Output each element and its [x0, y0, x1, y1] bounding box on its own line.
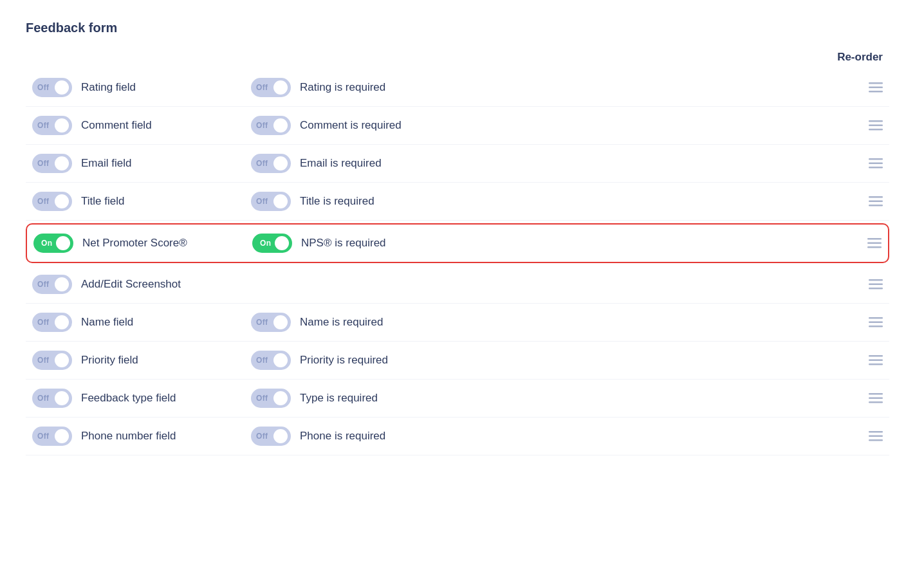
field-group-title: OffTitle field [32, 192, 251, 211]
field-toggle-phone[interactable]: Off [32, 427, 72, 446]
field-label-feedback_type: Feedback type field [81, 392, 176, 405]
reorder-icon-screenshot[interactable] [856, 279, 883, 289]
form-row-nps: OnNet Promoter Score®OnNPS® is required [26, 223, 889, 263]
field-toggle-circle-screenshot [55, 277, 69, 291]
field-toggle-circle-title [55, 194, 69, 208]
form-row-title: OffTitle fieldOffTitle is required [26, 183, 889, 221]
field-group-priority: OffPriority field [32, 351, 251, 370]
required-toggle-text-rating: Off [256, 83, 268, 92]
svg-rect-1 [869, 87, 883, 89]
form-row-feedback_type: OffFeedback type fieldOffType is require… [26, 380, 889, 418]
field-toggle-title[interactable]: Off [32, 192, 72, 211]
svg-rect-29 [869, 439, 883, 441]
required-label-email: Email is required [300, 157, 382, 170]
svg-rect-28 [869, 436, 883, 437]
required-group-phone: OffPhone is required [251, 427, 856, 446]
field-toggle-text-comment: Off [37, 121, 49, 130]
field-toggle-nps[interactable]: On [33, 234, 73, 253]
required-label-name: Name is required [300, 316, 383, 329]
reorder-icon-priority[interactable] [856, 355, 883, 365]
svg-rect-3 [869, 120, 883, 122]
required-label-feedback_type: Type is required [300, 392, 378, 405]
field-toggle-feedback_type[interactable]: Off [32, 389, 72, 408]
required-toggle-text-comment: Off [256, 121, 268, 130]
field-toggle-rating[interactable]: Off [32, 78, 72, 97]
svg-rect-27 [869, 431, 883, 433]
field-toggle-circle-email [55, 156, 69, 170]
required-group-name: OffName is required [251, 313, 856, 332]
field-toggle-text-rating: Off [37, 83, 49, 92]
field-group-nps: OnNet Promoter Score® [33, 234, 252, 253]
svg-rect-25 [869, 398, 883, 400]
required-toggle-text-priority: Off [256, 356, 268, 365]
svg-rect-17 [869, 288, 883, 289]
field-label-rating: Rating field [81, 81, 136, 94]
field-toggle-circle-comment [55, 118, 69, 133]
field-toggle-priority[interactable]: Off [32, 351, 72, 370]
required-toggle-circle-phone [273, 429, 288, 443]
field-toggle-circle-rating [55, 80, 69, 95]
svg-rect-24 [869, 393, 883, 395]
field-toggle-text-title: Off [37, 197, 49, 206]
svg-rect-6 [869, 158, 883, 160]
page-title: Feedback form [26, 21, 889, 35]
field-toggle-text-phone: Off [37, 432, 49, 441]
field-group-comment: OffComment field [32, 116, 251, 135]
required-toggle-phone[interactable]: Off [251, 427, 291, 446]
svg-rect-14 [867, 246, 882, 248]
field-toggle-text-email: Off [37, 159, 49, 168]
required-toggle-comment[interactable]: Off [251, 116, 291, 135]
svg-rect-22 [869, 360, 883, 362]
field-toggle-text-priority: Off [37, 356, 49, 365]
required-toggle-name[interactable]: Off [251, 313, 291, 332]
field-toggle-name[interactable]: Off [32, 313, 72, 332]
required-toggle-circle-email [273, 156, 288, 170]
field-toggle-email[interactable]: Off [32, 154, 72, 173]
required-toggle-nps[interactable]: On [252, 234, 292, 253]
svg-rect-20 [869, 326, 883, 327]
reorder-icon-nps[interactable] [855, 238, 882, 248]
required-group-rating: OffRating is required [251, 78, 856, 97]
required-toggle-text-title: Off [256, 197, 268, 206]
form-row-screenshot: OffAdd/Edit Screenshot [26, 266, 889, 304]
reorder-column-label: Re-order [837, 51, 883, 64]
svg-rect-11 [869, 205, 883, 207]
field-group-email: OffEmail field [32, 154, 251, 173]
field-toggle-screenshot[interactable]: Off [32, 275, 72, 294]
reorder-icon-phone[interactable] [856, 431, 883, 441]
field-toggle-circle-phone [55, 429, 69, 443]
required-toggle-priority[interactable]: Off [251, 351, 291, 370]
svg-rect-26 [869, 401, 883, 403]
field-label-screenshot: Add/Edit Screenshot [81, 278, 181, 291]
required-toggle-feedback_type[interactable]: Off [251, 389, 291, 408]
required-toggle-email[interactable]: Off [251, 154, 291, 173]
required-label-rating: Rating is required [300, 81, 385, 94]
form-rows-container: OffRating fieldOffRating is required Off… [26, 69, 889, 455]
form-row-comment: OffComment fieldOffComment is required [26, 107, 889, 145]
reorder-icon-title[interactable] [856, 196, 883, 207]
reorder-icon-comment[interactable] [856, 120, 883, 131]
field-toggle-circle-priority [55, 353, 69, 367]
required-toggle-rating[interactable]: Off [251, 78, 291, 97]
required-toggle-circle-name [273, 315, 288, 329]
reorder-icon-name[interactable] [856, 317, 883, 327]
required-label-phone: Phone is required [300, 430, 385, 443]
field-toggle-comment[interactable]: Off [32, 116, 72, 135]
required-group-email: OffEmail is required [251, 154, 856, 173]
required-label-title: Title is required [300, 195, 374, 208]
required-group-title: OffTitle is required [251, 192, 856, 211]
required-toggle-title[interactable]: Off [251, 192, 291, 211]
required-toggle-circle-feedback_type [273, 391, 288, 405]
field-toggle-text-feedback_type: Off [37, 394, 49, 403]
form-row-rating: OffRating fieldOffRating is required [26, 69, 889, 107]
reorder-icon-feedback_type[interactable] [856, 393, 883, 403]
required-label-priority: Priority is required [300, 354, 388, 367]
form-row-priority: OffPriority fieldOffPriority is required [26, 342, 889, 380]
reorder-icon-rating[interactable] [856, 82, 883, 93]
field-toggle-text-name: Off [37, 318, 49, 327]
field-group-screenshot: OffAdd/Edit Screenshot [32, 275, 251, 294]
required-toggle-circle-title [273, 194, 288, 208]
required-toggle-text-name: Off [256, 318, 268, 327]
reorder-icon-email[interactable] [856, 158, 883, 169]
svg-rect-2 [869, 91, 883, 93]
